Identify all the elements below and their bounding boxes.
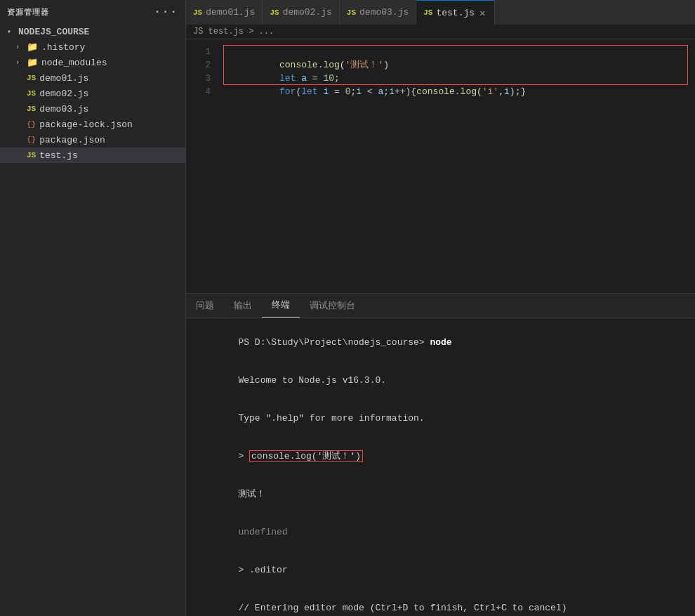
terminal-comment: // Entering editor mode (Ctrl+D to finis… bbox=[238, 603, 567, 613]
line-num-4: 4 bbox=[186, 85, 211, 98]
terminal-welcome: Welcome to Node.js v16.3.0. bbox=[194, 362, 687, 400]
terminal-cmd2-line: > console.log('测试！') bbox=[194, 438, 687, 476]
tab-demo02[interactable]: JS demo02.js bbox=[263, 0, 339, 25]
js-icon: JS bbox=[27, 74, 36, 82]
sidebar-header: 资源管理器 ··· bbox=[0, 0, 185, 24]
sidebar-title: 资源管理器 bbox=[7, 7, 49, 18]
panel-tab-debug[interactable]: 调试控制台 bbox=[300, 293, 365, 317]
folder-icon: 📁 bbox=[27, 57, 38, 68]
tab-demo01[interactable]: JS demo01.js bbox=[186, 0, 263, 25]
code-editor[interactable]: 1 2 3 4 console.log('测试！') let a = 10; f… bbox=[186, 39, 695, 293]
sidebar-item-package[interactable]: {} package.json bbox=[0, 132, 185, 148]
code-line-3: for(let i = 0;i < a;i++){console.log('i'… bbox=[225, 72, 695, 85]
sidebar-item-node-modules[interactable]: › 📁 node_modules bbox=[0, 55, 185, 70]
js-icon-test: JS bbox=[27, 151, 36, 159]
panel-debug-label: 调试控制台 bbox=[310, 299, 355, 312]
tab-js-icon2: JS bbox=[270, 8, 279, 17]
terminal-undef1: undefined bbox=[238, 527, 287, 537]
line-num-3: 3 bbox=[186, 72, 211, 85]
editor-tabs: JS demo01.js JS demo02.js JS demo03.js J… bbox=[186, 0, 695, 25]
test-label: test.js bbox=[39, 150, 185, 161]
panel-tab-terminal[interactable]: 终端 bbox=[262, 293, 300, 317]
breadcrumb: JS test.js > ... bbox=[186, 25, 695, 39]
tab-demo03[interactable]: JS demo03.js bbox=[340, 0, 416, 25]
panel-tabs: 问题 输出 终端 调试控制台 bbox=[186, 294, 695, 318]
panel-tab-output[interactable]: 输出 bbox=[224, 293, 262, 317]
tab-js-icon4: JS bbox=[423, 8, 432, 17]
tab-close-button[interactable]: ✕ bbox=[478, 7, 486, 19]
tab-test-label: test.js bbox=[436, 8, 475, 18]
terminal-console-highlight: console.log('测试！') bbox=[249, 450, 363, 462]
terminal-test-output: 测试！ bbox=[238, 489, 265, 499]
tab-demo02-label: demo02.js bbox=[283, 7, 332, 18]
tree-root-item[interactable]: ▾ NODEJS_COURSE bbox=[0, 24, 185, 39]
root-arrow: ▾ bbox=[7, 27, 18, 36]
terminal-content[interactable]: PS D:\Study\Project\nodejs_course> node … bbox=[186, 318, 695, 616]
demo02-label: demo02.js bbox=[39, 89, 185, 99]
js-icon: JS bbox=[27, 89, 36, 98]
node-modules-label: node_modules bbox=[41, 58, 185, 68]
code-area[interactable]: console.log('测试！') let a = 10; for(let i… bbox=[218, 39, 695, 293]
terminal-gt1: > bbox=[238, 451, 249, 461]
pkg-lock-label: package-lock.json bbox=[39, 119, 185, 130]
terminal-editor-cmd: > .editor bbox=[194, 551, 687, 589]
tab-test[interactable]: JS test.js ✕ bbox=[416, 0, 494, 25]
pkg-label: package.json bbox=[39, 135, 185, 145]
demo03-label: demo03.js bbox=[39, 104, 185, 114]
sidebar-item-history[interactable]: › 📁 .history bbox=[0, 39, 185, 55]
folder-icon: 📁 bbox=[27, 41, 38, 53]
sidebar-item-demo02[interactable]: JS demo02.js bbox=[0, 86, 185, 101]
panel-problems-label: 问题 bbox=[196, 299, 214, 312]
line-num-1: 1 bbox=[186, 45, 211, 58]
terminal-help-text: Type ".help" for more information. bbox=[238, 413, 424, 424]
panel-terminal-label: 终端 bbox=[272, 299, 290, 311]
line-num-2: 2 bbox=[186, 58, 211, 72]
sidebar: 资源管理器 ··· ▾ NODEJS_COURSE › 📁 .history ›… bbox=[0, 0, 186, 616]
editor-content: 1 2 3 4 console.log('测试！') let a = 10; f… bbox=[186, 39, 695, 293]
terminal-help-hint: Type ".help" for more information. bbox=[194, 400, 687, 438]
terminal-node-cmd: node bbox=[430, 337, 451, 348]
json-icon: {} bbox=[27, 120, 36, 129]
sidebar-item-test[interactable]: JS test.js bbox=[0, 148, 185, 163]
terminal-editor-text: > .editor bbox=[238, 565, 287, 575]
node-modules-arrow: › bbox=[15, 59, 27, 67]
sidebar-item-demo01[interactable]: JS demo01.js bbox=[0, 70, 185, 86]
root-label: NODEJS_COURSE bbox=[18, 27, 89, 37]
tab-demo03-label: demo03.js bbox=[359, 7, 409, 18]
panel-tab-problems[interactable]: 问题 bbox=[186, 293, 224, 317]
main-area: JS demo01.js JS demo02.js JS demo03.js J… bbox=[186, 0, 695, 616]
line-numbers: 1 2 3 4 bbox=[186, 39, 218, 293]
sidebar-item-demo03[interactable]: JS demo03.js bbox=[0, 101, 185, 117]
panel-output-label: 输出 bbox=[234, 299, 252, 312]
terminal-undefined1: undefined bbox=[194, 513, 687, 551]
tab-demo01-label: demo01.js bbox=[206, 7, 255, 18]
terminal-output1: 测试！ bbox=[194, 476, 687, 513]
terminal-prompt-line: PS D:\Study\Project\nodejs_course> node bbox=[194, 324, 687, 362]
breadcrumb-text: JS test.js > ... bbox=[193, 27, 274, 37]
file-tree: ▾ NODEJS_COURSE › 📁 .history › 📁 node_mo… bbox=[0, 24, 185, 163]
json-icon2: {} bbox=[27, 136, 36, 144]
js-icon: JS bbox=[27, 105, 36, 113]
tab-js-icon: JS bbox=[193, 8, 202, 17]
tab-js-icon3: JS bbox=[347, 8, 356, 17]
sidebar-item-package-lock[interactable]: {} package-lock.json bbox=[0, 117, 185, 132]
history-label: .history bbox=[41, 42, 185, 53]
terminal-editor-comment: // Entering editor mode (Ctrl+D to finis… bbox=[194, 589, 687, 616]
code-line-1: console.log('测试！') bbox=[225, 45, 695, 58]
terminal-ps: PS D:\Study\Project\nodejs_course> bbox=[238, 337, 430, 348]
demo01-label: demo01.js bbox=[39, 73, 185, 84]
code-line-4 bbox=[225, 85, 695, 98]
sidebar-menu-dots[interactable]: ··· bbox=[154, 6, 178, 18]
bottom-panel: 问题 输出 终端 调试控制台 PS D:\Study\Project\nodej… bbox=[186, 293, 695, 616]
history-arrow: › bbox=[15, 44, 27, 51]
terminal-welcome-text: Welcome to Node.js v16.3.0. bbox=[238, 375, 386, 386]
code-line-2: let a = 10; bbox=[225, 58, 695, 72]
